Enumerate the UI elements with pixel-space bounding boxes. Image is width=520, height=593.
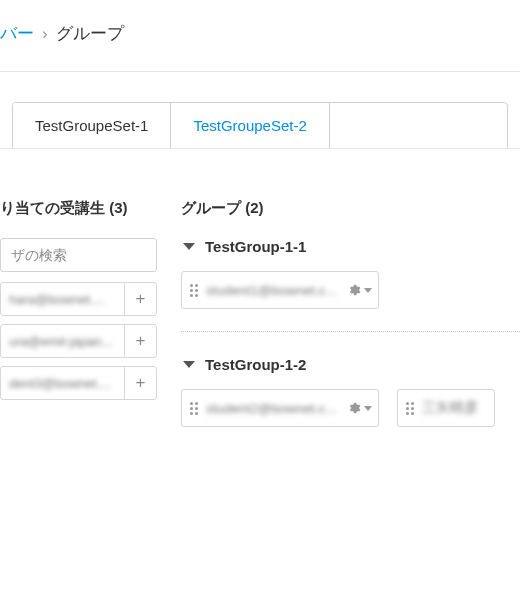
plus-icon: + [136, 331, 146, 351]
tabs: TestGroupeSet-1 TestGroupeSet-2 [12, 102, 508, 149]
unassigned-count: (3) [109, 199, 127, 216]
groups-count: (2) [245, 199, 263, 216]
student-row[interactable]: hara@bownet.... + [0, 282, 157, 316]
group-members: student2@bownet.c... 三矢晴彦 [181, 389, 520, 427]
tab-groupset-2[interactable]: TestGroupeSet-2 [171, 103, 329, 148]
group-header[interactable]: TestGroup-1-2 [181, 356, 520, 373]
student-name: hara@bownet.... [1, 292, 124, 307]
add-student-button[interactable]: + [124, 367, 156, 399]
member-name: student2@bownet.c... [206, 401, 347, 416]
tab-groupset-1[interactable]: TestGroupeSet-1 [13, 103, 171, 148]
drag-handle-icon[interactable] [190, 284, 198, 297]
group-name: TestGroup-1-1 [205, 238, 306, 255]
breadcrumb-separator: › [42, 24, 48, 44]
chevron-down-icon [364, 406, 372, 411]
add-student-button[interactable]: + [124, 283, 156, 315]
add-student-button[interactable]: + [124, 325, 156, 357]
member-card[interactable]: student1@bownet.c... [181, 271, 379, 309]
search-input[interactable] [0, 238, 157, 272]
unassigned-column: り当ての受講生 (3) hara@bownet.... + ura@emit-j… [0, 199, 175, 449]
chevron-down-icon [183, 243, 195, 250]
groups-title: グループ (2) [181, 199, 520, 218]
group-block: TestGroup-1-2 student2@bownet.c... [181, 356, 520, 427]
tabs-container: TestGroupeSet-1 TestGroupeSet-2 [0, 72, 520, 149]
student-name: ura@emit-japan... [1, 334, 124, 349]
gear-icon [347, 283, 361, 297]
drag-handle-icon[interactable] [406, 402, 414, 415]
groups-column: グループ (2) TestGroup-1-1 student1@bownet.c… [175, 199, 520, 449]
plus-icon: + [136, 373, 146, 393]
group-members: student1@bownet.c... [181, 271, 520, 309]
group-name: TestGroup-1-2 [205, 356, 306, 373]
tabs-underline [0, 148, 520, 149]
student-name: dent3@bownet.... [1, 376, 124, 391]
main: り当ての受講生 (3) hara@bownet.... + ura@emit-j… [0, 199, 520, 449]
student-row[interactable]: dent3@bownet.... + [0, 366, 157, 400]
student-row[interactable]: ura@emit-japan... + [0, 324, 157, 358]
group-header[interactable]: TestGroup-1-1 [181, 238, 520, 255]
breadcrumb: バー › グループ [0, 0, 520, 72]
breadcrumb-current: グループ [56, 22, 124, 45]
gear-icon [347, 401, 361, 415]
member-card[interactable]: 三矢晴彦 [397, 389, 495, 427]
plus-icon: + [136, 289, 146, 309]
member-card[interactable]: student2@bownet.c... [181, 389, 379, 427]
unassigned-title-text: り当ての受講生 [0, 199, 105, 216]
chevron-down-icon [364, 288, 372, 293]
member-name: student1@bownet.c... [206, 283, 347, 298]
member-name: 三矢晴彦 [422, 399, 488, 417]
group-block: TestGroup-1-1 student1@bownet.c... [181, 238, 520, 309]
drag-handle-icon[interactable] [190, 402, 198, 415]
breadcrumb-parent[interactable]: バー [0, 22, 34, 45]
member-options-button[interactable] [347, 401, 372, 415]
member-options-button[interactable] [347, 283, 372, 297]
groups-title-text: グループ [181, 199, 241, 216]
chevron-down-icon [183, 361, 195, 368]
unassigned-title: り当ての受講生 (3) [0, 199, 157, 218]
group-divider [181, 331, 520, 332]
